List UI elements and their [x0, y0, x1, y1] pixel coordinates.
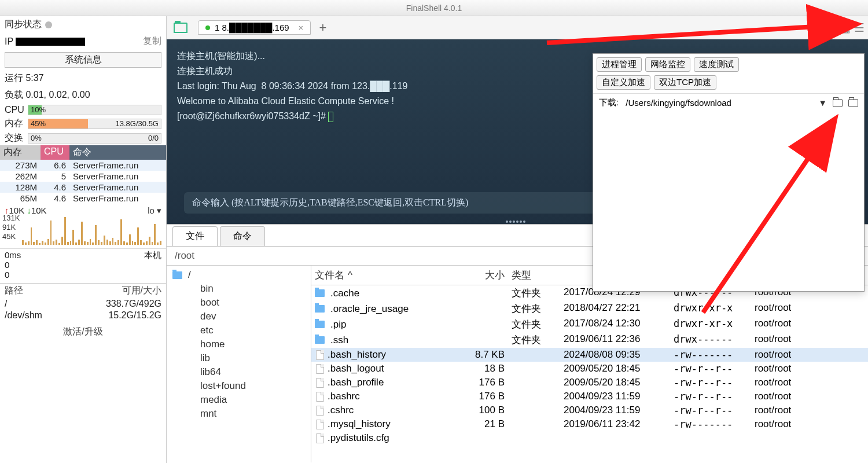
- download-icon: ↓: [27, 205, 31, 215]
- process-row[interactable]: 65M4.6ServerFrame.run: [0, 193, 166, 204]
- panel-button[interactable]: 双边TCP加速: [654, 75, 716, 90]
- file-icon: [316, 406, 324, 416]
- folder-icon: [315, 305, 325, 313]
- file-icon: [316, 433, 324, 443]
- ip-row: IP复制: [0, 33, 166, 50]
- cursor-icon: [328, 112, 333, 122]
- panel-button[interactable]: 速度测试: [694, 57, 739, 72]
- tree-item[interactable]: lib64: [167, 365, 311, 379]
- connected-dot-icon: [205, 25, 210, 30]
- disk-row: /dev/shm15.2G/15.2G: [0, 310, 166, 321]
- tree-item[interactable]: lost+found: [167, 379, 311, 393]
- tree-item[interactable]: boot: [167, 296, 311, 310]
- titlebar: FinalShell 4.0.1: [0, 0, 868, 16]
- tree-item[interactable]: bin: [167, 282, 311, 296]
- copy-button[interactable]: 复制: [143, 35, 161, 47]
- download-path: 下载: /Users/kingying/fsdownload ▼: [593, 93, 864, 112]
- status-dot-icon: [45, 21, 52, 28]
- file-icon: [316, 420, 324, 429]
- ip-redacted: [16, 38, 85, 46]
- file-list: 文件名 ^ 大小类型 .cache文件夹2017/08/24 12:29drwx…: [311, 266, 868, 462]
- folder-icon: [172, 271, 182, 279]
- panel-button[interactable]: 进程管理: [597, 57, 642, 72]
- open-folder-icon[interactable]: [174, 23, 187, 33]
- file-icon: [316, 378, 324, 388]
- activate-button[interactable]: 激活/升级: [0, 321, 166, 343]
- file-row[interactable]: .bash_profile176 B2009/05/20 18:45-rw-r-…: [311, 376, 868, 389]
- process-row[interactable]: 128M4.6ServerFrame.run: [0, 182, 166, 193]
- dir-tree[interactable]: / binbootdevetchomeliblib64lost+foundmed…: [167, 266, 311, 462]
- swap-metric: 交换0%0/0: [0, 131, 166, 145]
- tree-root[interactable]: /: [167, 268, 311, 282]
- sort-icon[interactable]: ^: [348, 270, 352, 281]
- process-row[interactable]: 262M5ServerFrame.run: [0, 171, 166, 182]
- latency: 0ms本机00: [0, 248, 166, 281]
- menu-icon[interactable]: ☰: [854, 21, 865, 35]
- cpu-metric: CPU10%: [0, 104, 166, 116]
- file-icon: [316, 392, 324, 402]
- tree-item[interactable]: etc: [167, 324, 311, 337]
- sysinfo-button[interactable]: 系统信息: [5, 52, 161, 68]
- tab-commands[interactable]: 命令: [220, 226, 265, 246]
- traffic-graph: 131K91K45K: [0, 217, 166, 245]
- file-row[interactable]: .pip文件夹2017/08/24 12:30drwxr-xr-xroot/ro…: [311, 317, 868, 332]
- disk-row: /338.7G/492G: [0, 298, 166, 310]
- tree-item[interactable]: media: [167, 393, 311, 407]
- folder-icon[interactable]: [848, 99, 858, 107]
- uptime: 运行 5:37: [0, 70, 166, 87]
- file-icon: [316, 350, 324, 360]
- tools-panel: 进程管理网络监控速度测试 自定义加速双边TCP加速 下载: /Users/kin…: [593, 53, 865, 292]
- download-list: [593, 112, 864, 291]
- file-row[interactable]: .mysql_history21 B2019/06/11 23:42-rw---…: [311, 417, 868, 431]
- file-row[interactable]: .bash_history8.7 KB2024/08/08 09:35-rw--…: [311, 348, 868, 362]
- file-row[interactable]: .ssh文件夹2019/06/11 22:36drwx------root/ro…: [311, 332, 868, 348]
- tree-item[interactable]: mnt: [167, 407, 311, 421]
- file-row[interactable]: .oracle_jre_usage文件夹2018/04/27 22:21drwx…: [311, 301, 868, 317]
- tree-item[interactable]: home: [167, 337, 311, 351]
- file-row[interactable]: .pydistutils.cfg: [311, 431, 868, 445]
- gripper-icon[interactable]: [506, 221, 529, 223]
- net-stats: ↑10K ↓10Klo ▾: [0, 204, 166, 217]
- dropdown-icon[interactable]: ▼: [818, 98, 827, 108]
- tree-item[interactable]: lib: [167, 351, 311, 365]
- close-tab-icon[interactable]: ×: [299, 23, 304, 32]
- add-tab-button[interactable]: +: [319, 20, 326, 35]
- file-row[interactable]: .bash_logout18 B2009/05/20 18:45-rw-r--r…: [311, 362, 868, 376]
- open-folder-icon[interactable]: [833, 99, 843, 107]
- file-row[interactable]: .cshrc100 B2004/09/23 11:59-rw-r--r--roo…: [311, 403, 868, 417]
- panel-button[interactable]: 网络监控: [645, 57, 690, 72]
- load: 负载 0.01, 0.02, 0.00: [0, 87, 166, 104]
- folder-icon: [315, 321, 325, 328]
- tab-files[interactable]: 文件: [172, 226, 218, 246]
- file-row[interactable]: .bashrc176 B2004/09/23 11:59-rw-r--r--ro…: [311, 389, 868, 403]
- grid-view-icon[interactable]: ▦: [840, 21, 851, 35]
- tab-strip: 1 8.███████.169× + ▦☰: [167, 16, 868, 39]
- mem-metric: 内存45%13.8G/30.5G: [0, 116, 166, 131]
- file-icon: [316, 364, 324, 374]
- sync-status: 同步状态: [0, 16, 166, 33]
- process-header: 内存CPU命令: [0, 145, 166, 160]
- folder-icon: [315, 289, 325, 297]
- panel-button[interactable]: 自定义加速: [597, 75, 650, 90]
- tree-item[interactable]: dev: [167, 310, 311, 324]
- folder-icon: [315, 336, 325, 344]
- sidebar: 同步状态 IP复制 系统信息 运行 5:37 负载 0.01, 0.02, 0.…: [0, 16, 167, 463]
- connection-tab[interactable]: 1 8.███████.169×: [198, 20, 311, 35]
- disk-header: 路径可用/大小: [0, 283, 166, 298]
- process-row[interactable]: 273M6.6ServerFrame.run: [0, 160, 166, 171]
